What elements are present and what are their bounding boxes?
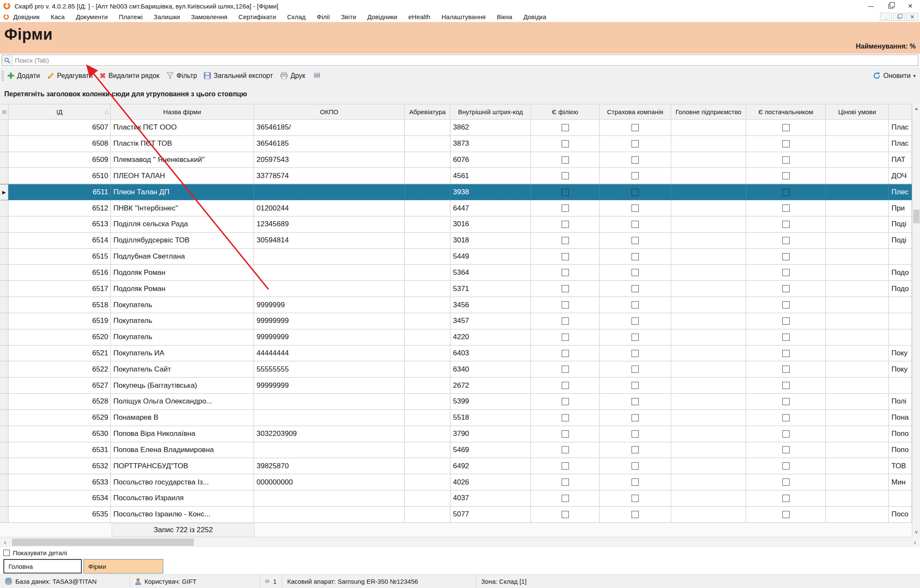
cell-id[interactable]: 6515 <box>9 249 111 265</box>
flag-checkbox[interactable] <box>782 495 790 502</box>
flag-checkbox[interactable] <box>782 446 790 453</box>
cell-abbreviation[interactable] <box>405 394 450 409</box>
group-by-panel[interactable]: Перетягніть заголовок колонки сюди для у… <box>0 84 920 104</box>
column-header-ОКПО[interactable]: ОКПО <box>254 104 405 119</box>
cell-flag[interactable] <box>600 297 671 313</box>
cell-flag[interactable] <box>746 184 826 200</box>
flag-checkbox[interactable] <box>562 398 569 405</box>
column-header-Абревіатура[interactable]: Абревіатура <box>405 104 450 119</box>
flag-checkbox[interactable] <box>562 430 569 438</box>
cell-flag[interactable] <box>600 394 671 409</box>
cell-abbreviation[interactable] <box>405 474 450 490</box>
table-row[interactable]: 6533Посольство государства Із...00000000… <box>0 474 912 490</box>
cell-okpo[interactable]: 44444444 <box>254 346 405 361</box>
cell-flag[interactable] <box>531 329 600 345</box>
cell-extra[interactable]: Поку <box>889 346 912 361</box>
cell-id[interactable]: 6517 <box>9 281 111 297</box>
cell-id[interactable]: 6512 <box>9 200 111 216</box>
menu-item[interactable]: Вікна <box>497 13 513 20</box>
cell-flag[interactable] <box>746 507 826 522</box>
flag-checkbox[interactable] <box>782 301 790 308</box>
cell-empty[interactable] <box>826 458 889 474</box>
flag-checkbox[interactable] <box>632 237 639 244</box>
flag-checkbox[interactable] <box>562 414 569 421</box>
cell-id[interactable]: 6521 <box>9 346 111 361</box>
cell-extra[interactable]: Мин <box>889 474 912 490</box>
cell-flag[interactable] <box>531 490 600 506</box>
cell-extra[interactable]: Полі <box>889 394 912 409</box>
cell-flag[interactable] <box>600 329 671 345</box>
cell-okpo[interactable] <box>254 442 405 458</box>
menu-item[interactable]: Документи <box>76 13 108 20</box>
cell-barcode[interactable]: 5371 <box>450 281 531 297</box>
cell-flag[interactable] <box>531 394 600 409</box>
cell-firm-name[interactable]: ПЛЕОН ТАЛАН <box>111 168 254 184</box>
cell-barcode[interactable]: 2672 <box>450 378 531 393</box>
cell-extra[interactable]: ДОЧ <box>889 168 912 184</box>
cell-okpo[interactable]: 39825870 <box>254 458 405 474</box>
cell-extra[interactable]: ТОВ <box>889 458 912 474</box>
cell-flag[interactable] <box>531 458 600 474</box>
cell-extra[interactable] <box>889 249 912 265</box>
flag-checkbox[interactable] <box>632 495 639 502</box>
menu-item[interactable]: Філії <box>317 13 330 20</box>
cell-flag[interactable] <box>531 265 600 280</box>
column-header-Цінові умови[interactable]: Цінові умови <box>826 104 889 119</box>
cell-abbreviation[interactable] <box>405 329 450 345</box>
cell-extra[interactable] <box>889 378 912 393</box>
cell-abbreviation[interactable] <box>405 490 450 506</box>
cell-empty[interactable] <box>826 442 889 458</box>
cell-barcode[interactable]: 4037 <box>450 490 531 506</box>
cell-abbreviation[interactable] <box>405 168 450 184</box>
cell-empty[interactable] <box>826 200 889 216</box>
flag-checkbox[interactable] <box>632 478 639 486</box>
cell-flag[interactable] <box>531 410 600 426</box>
cell-abbreviation[interactable] <box>405 249 450 265</box>
column-chooser-icon[interactable] <box>314 72 320 80</box>
cell-empty[interactable] <box>671 313 746 329</box>
search-box[interactable] <box>2 55 918 66</box>
table-row[interactable]: 6529Понамарев В5518Пона <box>0 410 912 426</box>
cell-okpo[interactable]: 36546185 <box>254 136 405 152</box>
cell-flag[interactable] <box>746 361 826 377</box>
cell-id[interactable]: 6519 <box>9 313 111 329</box>
table-row[interactable]: 6532ПОРТТРАНСБУД"ТОВ398258706492ТОВ <box>0 458 912 474</box>
cell-empty[interactable] <box>826 168 889 184</box>
cell-flag[interactable] <box>600 184 671 200</box>
cell-abbreviation[interactable] <box>405 410 450 426</box>
cell-empty[interactable] <box>826 297 889 313</box>
table-row[interactable]: 6528Поліщук Ольга Олександро...5399Полі <box>0 394 912 410</box>
row-indicator[interactable]: ▶ <box>0 184 9 200</box>
cell-extra[interactable]: Посо <box>889 507 912 522</box>
cell-flag[interactable] <box>531 152 600 168</box>
cell-extra[interactable]: Плас <box>889 136 912 152</box>
cell-id[interactable]: 6520 <box>9 329 111 345</box>
menu-item[interactable]: Налаштування <box>441 13 486 20</box>
flag-checkbox[interactable] <box>782 317 790 325</box>
horizontal-scrollbar[interactable]: ‹ › <box>0 537 920 547</box>
cell-flag[interactable] <box>600 426 671 442</box>
edit-button[interactable]: Редагувати <box>47 72 93 80</box>
scroll-right-icon[interactable]: › <box>911 537 919 547</box>
cell-abbreviation[interactable] <box>405 361 450 377</box>
flag-checkbox[interactable] <box>562 172 569 179</box>
flag-checkbox[interactable] <box>782 366 790 373</box>
menu-item[interactable]: Замовлення <box>191 13 227 20</box>
cell-firm-name[interactable]: Покупатель <box>111 297 254 313</box>
menu-item[interactable]: Сертифікати <box>239 13 276 20</box>
cell-flag[interactable] <box>746 474 826 490</box>
cell-flag[interactable] <box>531 426 600 442</box>
table-row[interactable]: 6521Покупатель ИА444444446403Поку <box>0 346 912 362</box>
flag-checkbox[interactable] <box>632 269 639 276</box>
cell-barcode[interactable]: 5399 <box>450 394 531 409</box>
flag-checkbox[interactable] <box>562 350 569 357</box>
table-row[interactable]: 6507Пластик ПЄТ ООО36546185/3862Плас <box>0 120 912 136</box>
add-button[interactable]: Додати <box>7 72 40 80</box>
table-row[interactable]: ▶6511Плеон Талан ДП3938Плес <box>0 184 912 200</box>
cell-id[interactable]: 6510 <box>9 168 111 184</box>
cell-flag[interactable] <box>600 265 671 280</box>
cell-okpo[interactable]: 20597543 <box>254 152 405 168</box>
filter-button[interactable]: Фільтр <box>166 72 197 80</box>
cell-flag[interactable] <box>746 442 826 458</box>
cell-flag[interactable] <box>531 216 600 232</box>
